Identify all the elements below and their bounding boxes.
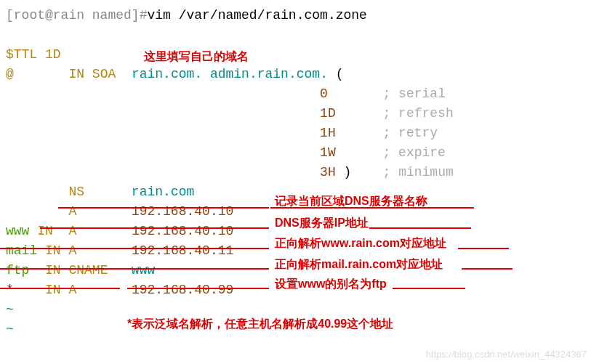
ftp-target: www: [132, 263, 155, 278]
www-ip: 192.168.40.10: [132, 224, 233, 238]
serial-comment: ; serial: [383, 86, 446, 101]
refresh-comment: ; refresh: [383, 106, 454, 121]
a-kw: A: [68, 204, 76, 219]
paren-open: (: [336, 67, 344, 81]
underline-mail2: [462, 268, 512, 270]
underline-ns: [58, 207, 269, 209]
underline-ftp: [0, 288, 120, 289]
mail-host: mail: [6, 243, 37, 258]
annotation-www: 正向解析www.rain.com对应地址: [275, 235, 446, 252]
expire-comment: ; expire: [383, 145, 446, 160]
ns-value: rain.com: [132, 185, 194, 199]
expire-val: 1W: [320, 145, 336, 160]
underline-www: [0, 248, 269, 249]
a-root-ip: 192.168.40.10: [132, 204, 233, 219]
underline-ftp3: [393, 288, 465, 289]
annotation-wildcard: *表示泛域名解析，任意主机名解析成40.99这个地址: [127, 315, 393, 333]
command-text: vim /var/named/rain.com.zone: [147, 8, 366, 23]
origin: @: [6, 67, 14, 81]
a-kw2: A: [68, 224, 76, 238]
underline-a: [40, 227, 269, 229]
shell-prompt: [root@rain named]#: [6, 8, 147, 23]
soa-domain: rain.com.: [132, 67, 202, 81]
soa-kw: SOA: [92, 67, 116, 81]
watermark: https://blog.csdn.net/weixin_44324367: [426, 347, 587, 362]
underline-a2: [369, 227, 471, 229]
annotation-mail: 正向解析mail.rain.com对应地址: [275, 256, 443, 273]
wildcard-host: *: [6, 283, 14, 297]
annotation-a-root: DNS服务器IP地址: [275, 214, 369, 232]
ns-kw: NS: [68, 185, 84, 199]
cname-kw: CNAME: [68, 263, 108, 278]
retry-val: 1H: [320, 126, 336, 140]
wildcard-ip: 192.168.40.99: [132, 283, 233, 297]
serial-val: 0: [320, 86, 328, 101]
in-kw5: IN: [45, 283, 61, 297]
annotation-ftp: 设置www的别名为ftp: [275, 275, 387, 293]
a-kw4: A: [68, 283, 76, 297]
in-kw: IN: [68, 67, 84, 81]
underline-ns2: [270, 207, 474, 209]
mail-ip: 192.168.40.11: [132, 243, 233, 258]
soa-admin: admin.rain.com.: [210, 67, 328, 81]
tilde-1: ~: [6, 302, 14, 317]
ftp-host: ftp: [6, 263, 29, 278]
www-host: www: [6, 224, 29, 238]
minimum-val: 3H: [320, 165, 336, 179]
tilde-2: ~: [6, 322, 14, 336]
minimum-comment: ; minimum: [383, 165, 454, 179]
in-kw2: IN: [37, 224, 53, 238]
underline-ftp2: [127, 288, 269, 289]
paren-close: ): [344, 165, 352, 179]
underline-mail: [0, 268, 269, 270]
in-kw3: IN: [45, 243, 61, 258]
a-kw3: A: [68, 243, 76, 258]
refresh-val: 1D: [320, 106, 336, 121]
retry-comment: ; retry: [383, 126, 438, 140]
ttl-line: $TTL 1D: [6, 47, 61, 62]
in-kw4: IN: [45, 263, 61, 278]
underline-www2: [458, 248, 509, 249]
annotation-domain: 这里填写自己的域名: [144, 48, 249, 65]
